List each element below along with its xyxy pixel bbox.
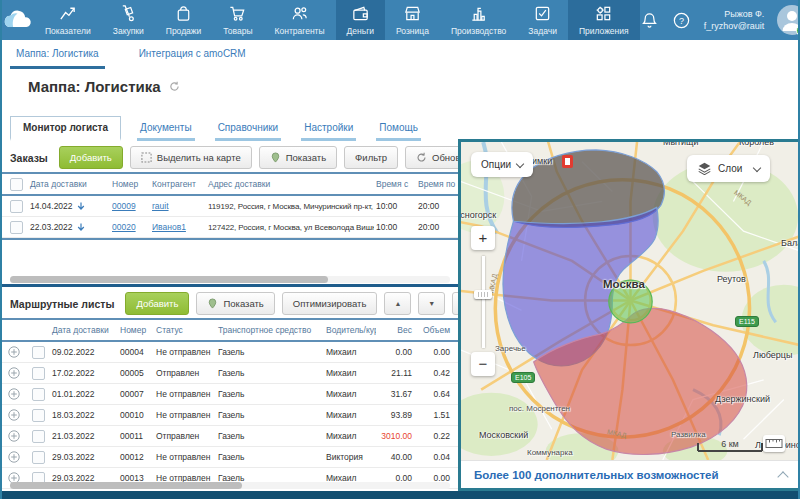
order-row[interactable]: 22.03.2022 00020 Иванов1 127422, Россия,… — [2, 217, 458, 238]
column-header[interactable]: Время с — [374, 179, 416, 189]
nav-item-roznitsa[interactable]: Розница — [385, 0, 440, 40]
expand-row-icon[interactable] — [8, 430, 20, 442]
orders-buttons: Добавить Выделить на карте Показать Филь… — [59, 146, 458, 169]
tab-dokumenty[interactable]: Документы — [137, 117, 195, 141]
orders-horizontal-scrollbar[interactable] — [10, 276, 450, 283]
row-checkbox[interactable] — [32, 430, 45, 443]
user-info[interactable]: Рыжов Ф. f_ryzhov@rauit — [704, 8, 765, 32]
zoom-out-button[interactable]: − — [471, 352, 495, 376]
tab-monitor-logista[interactable]: Монитор логиста — [10, 116, 121, 141]
refresh-icon[interactable] — [169, 81, 180, 92]
filter-orders-button[interactable]: Фильтр — [344, 146, 398, 169]
nav-item-tovary[interactable]: Товары — [212, 0, 263, 40]
help-icon[interactable]: ? — [672, 11, 691, 30]
row-checkbox[interactable] — [10, 221, 23, 234]
show-routes-button[interactable]: Показать — [196, 292, 274, 315]
nav-item-pokazateli[interactable]: Показатели — [34, 0, 102, 40]
expand-row-icon[interactable] — [8, 346, 20, 358]
route-row[interactable]: 01.01.2022 00007 Не отправлен Газель Мих… — [2, 384, 458, 405]
row-checkbox[interactable] — [32, 346, 45, 359]
show-orders-button[interactable]: Показать — [259, 146, 337, 169]
button-label: Добавить — [70, 152, 112, 163]
nav-item-zakupki[interactable]: Закупки — [102, 0, 155, 40]
select-on-map-button[interactable]: Выделить на карте — [130, 146, 252, 169]
ruler-button[interactable] — [763, 435, 785, 452]
row-checkbox[interactable] — [32, 451, 45, 464]
button-label: Фильтр — [355, 152, 387, 163]
column-header[interactable]: Дата доставки — [28, 179, 110, 189]
promo-banner[interactable]: Более 100 дополнительных возможностей — [461, 460, 800, 488]
refresh-orders-button[interactable]: Обновить — [405, 146, 458, 169]
map[interactable]: ХимкиМытищиКоролёвКрасногорскБалашихаРеу… — [461, 142, 800, 460]
nav-item-zadachi[interactable]: Задачи — [517, 0, 568, 40]
tab-mappa-logistika[interactable]: Маппа: Логистика — [10, 40, 105, 69]
delivery-zone-center[interactable] — [609, 280, 652, 323]
route-row[interactable]: 17.02.2022 00005 Отправлен Газель Михаил… — [2, 363, 458, 384]
chevron-up-icon[interactable] — [777, 471, 788, 482]
tab-pomosch[interactable]: Помощь — [376, 117, 421, 141]
column-header[interactable]: Номер — [110, 179, 150, 189]
column-header[interactable]: Вес — [376, 325, 418, 335]
row-checkbox[interactable] — [32, 388, 45, 401]
nav-item-kontragenty[interactable]: Контрагенты — [264, 0, 336, 40]
add-order-button[interactable]: Добавить — [59, 146, 123, 169]
row-checkbox[interactable] — [10, 200, 23, 213]
expand-row-icon[interactable] — [8, 451, 20, 463]
scrollbar-thumb[interactable] — [10, 276, 328, 283]
download-arrow-icon[interactable] — [77, 202, 85, 211]
route-row[interactable]: 29.03.2022 00012 Не отправлен Газель Вик… — [2, 447, 458, 468]
moysklad-logo-icon[interactable] — [2, 0, 34, 40]
column-header[interactable]: Дата доставки — [50, 325, 118, 335]
map-scale-label: 6 км — [721, 439, 739, 449]
map-layers-button[interactable]: Слои — [687, 155, 770, 182]
column-header[interactable]: Водитель/курьер — [324, 325, 376, 335]
order-row[interactable]: 14.04.2022 00009 rauit 119192, Россия, г… — [2, 196, 458, 217]
download-arrow-icon[interactable] — [77, 223, 85, 232]
banner-text: Более 100 дополнительных возможностей — [474, 469, 719, 481]
zoom-slider-handle[interactable] — [474, 290, 492, 299]
tab-amocrm[interactable]: Интеграция с amoCRM — [133, 40, 252, 69]
notifications-bell-icon[interactable] — [640, 11, 659, 30]
column-header[interactable]: Контрагент — [150, 179, 206, 189]
map-options-button[interactable]: Опции — [471, 152, 533, 177]
contragent-link[interactable]: Иванов1 — [152, 222, 186, 232]
column-header[interactable]: Объем — [418, 325, 456, 335]
scrollbar-thumb[interactable] — [10, 482, 242, 489]
column-header[interactable]: Статус — [154, 325, 216, 335]
route-row[interactable]: 09.02.2022 00004 Не отправлен Газель Мих… — [2, 342, 458, 363]
order-number-link[interactable]: 00009 — [112, 201, 136, 211]
tab-spravochniki[interactable]: Справочники — [215, 117, 282, 141]
add-route-button[interactable]: Добавить — [125, 292, 189, 315]
zoom-slider[interactable] — [477, 256, 489, 348]
avatar[interactable] — [777, 5, 800, 35]
order-number-link[interactable]: 00020 — [112, 222, 136, 232]
zoom-in-button[interactable]: + — [471, 226, 495, 250]
map-scale: 6 км — [697, 438, 763, 457]
column-header[interactable]: Номер — [118, 325, 154, 335]
route-row[interactable]: 18.03.2022 00010 Не отправлен Газель Мих… — [2, 405, 458, 426]
routes-horizontal-scrollbar[interactable] — [10, 482, 450, 489]
nav-item-prodazhi[interactable]: Продажи — [155, 0, 213, 40]
expand-row-icon[interactable] — [8, 388, 20, 400]
move-up-button[interactable]: ▲ — [384, 292, 411, 315]
select-all-checkbox[interactable] — [10, 178, 23, 191]
route-row[interactable]: 21.03.2022 00011 Отправлен Газель Михаил… — [2, 426, 458, 447]
expand-row-icon[interactable] — [8, 367, 20, 379]
tab-nastroyki[interactable]: Настройки — [301, 117, 356, 141]
expand-row-icon[interactable] — [8, 409, 20, 421]
row-checkbox[interactable] — [32, 409, 45, 422]
row-checkbox[interactable] — [32, 367, 45, 380]
weight: 3010.00 — [376, 431, 418, 441]
column-header[interactable]: Транспортное средство — [216, 325, 324, 335]
nav-item-prilozheniya[interactable]: Приложения — [568, 0, 640, 40]
move-down-button[interactable]: ▼ — [418, 292, 445, 315]
nav-item-dengi[interactable]: Деньги — [336, 0, 385, 40]
column-header[interactable]: Адрес доставки — [206, 179, 374, 189]
contragent-link[interactable]: rauit — [152, 201, 169, 211]
column-header[interactable]: Время по — [416, 179, 458, 189]
delivery-date: 09.02.2022 — [50, 347, 118, 357]
section-tab-label: Документы — [140, 122, 192, 133]
nav-item-proizvodstvo[interactable]: Производство — [440, 0, 517, 40]
optimize-button[interactable]: Оптимизировать — [282, 292, 378, 315]
app-tab-label: Маппа: Логистика — [16, 48, 99, 59]
